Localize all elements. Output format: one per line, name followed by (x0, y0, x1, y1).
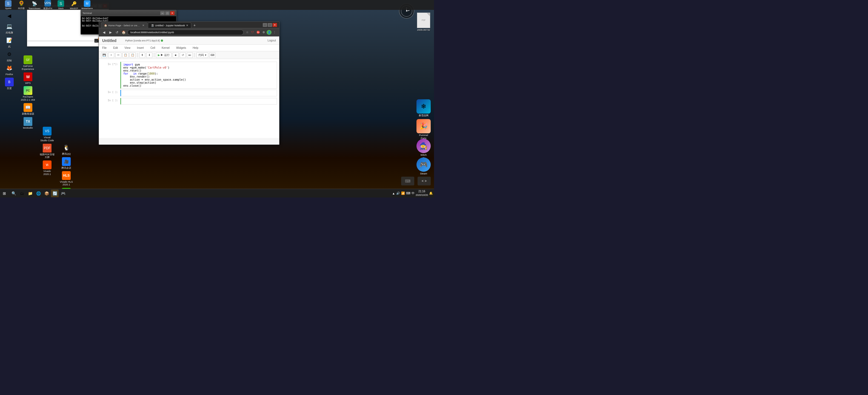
taskbar-game[interactable]: 🎮 (59, 190, 67, 197)
tray-network[interactable]: 📶 (401, 192, 405, 195)
icon-pycharm[interactable]: PC PyCharm2020.2.1 x64 (19, 86, 37, 102)
bookmark-icon[interactable]: ☆ (245, 30, 250, 35)
icon-vivado-hls[interactable]: HLS Vivado HLS2020.1 (58, 171, 75, 187)
icon-pdf[interactable]: PDF 福新PDF压缩大师 (38, 143, 56, 160)
menu-widgets[interactable]: Widgets (175, 46, 187, 50)
icon-firefox[interactable]: 🦊 Firefox (1, 63, 18, 77)
logout-button[interactable]: Logout (268, 39, 276, 42)
icon-mycomputer[interactable]: 💻 此电脑 (1, 21, 18, 35)
menu-insert[interactable]: Insert (136, 46, 145, 50)
snow-battle-wrapper[interactable]: ❄ 暴雪战网 (415, 99, 432, 117)
tray-keyboard[interactable]: ⌨ (406, 192, 410, 195)
taskbar-explorer[interactable]: 📁 (26, 190, 34, 197)
cell-2[interactable]: In [ ]: (99, 89, 279, 97)
file-icon-2009[interactable]: PDF 2009.06732 (415, 12, 432, 32)
taskbar-search[interactable]: 🔍 (10, 190, 18, 197)
top-icon-sunflower[interactable]: 🌻 向日葵 (16, 0, 27, 10)
top-icon-winscp[interactable]: 🔑 WinSCP (68, 0, 80, 10)
witch-it-wrapper[interactable]: 🧙 WitchIt (415, 139, 432, 160)
cell-3-content[interactable] (120, 98, 277, 105)
taskbar-rotate[interactable]: 🔄 (51, 190, 59, 197)
tray-input-cn[interactable]: 中 (411, 191, 414, 195)
home-button[interactable]: 🏠 (121, 30, 126, 35)
terminal-title: Terminal (83, 12, 92, 15)
toolbar-run[interactable]: ▶ ▶ 运行 (156, 52, 172, 58)
icon-tencent-meeting[interactable]: 🎥 腾讯会议 (58, 157, 75, 170)
forward-button[interactable]: ▶ (108, 30, 113, 35)
start-button[interactable]: ⊞ (0, 189, 9, 198)
icon-xinshu[interactable]: 📖 新数阅读器 (19, 103, 37, 116)
icon-vscode[interactable]: VS VisualStudio Code (38, 126, 56, 143)
browser-maximize[interactable]: □ (268, 23, 272, 27)
top-icon-mobaxterm[interactable]: M MobaXterm (81, 0, 93, 10)
cell-1[interactable]: In [*]: import gym env =gym.make('CartPo… (99, 61, 279, 89)
toolbar-save[interactable]: 💾 (101, 52, 107, 58)
toolbar-cut[interactable]: ✂ (115, 52, 121, 58)
menu-help[interactable]: Help (191, 46, 199, 50)
new-tab-button[interactable]: + (192, 23, 197, 28)
browser-minimize[interactable]: ─ (263, 23, 267, 27)
more-icon[interactable]: ⋮ (272, 30, 277, 35)
tray-chevron[interactable]: ▲ (392, 192, 395, 195)
taskbar-task-view[interactable]: 🗂 (18, 190, 26, 197)
menu-edit[interactable]: Edit (112, 46, 119, 50)
menu-view[interactable]: View (123, 46, 131, 50)
icon-wps[interactable]: W WPS (19, 72, 37, 85)
browser-close[interactable]: ✕ (273, 23, 277, 27)
terminal-close[interactable]: ✕ (170, 11, 175, 15)
terminal-minimize[interactable]: ─ (160, 11, 165, 15)
taskbar-browser[interactable]: 🌐 (34, 190, 42, 197)
browser-tab-home[interactable]: 🏠 Home Page - Select or create a ... ✕ (101, 23, 147, 28)
kernel-name: Python [conda env:PT1.6py3.8] (125, 39, 160, 42)
top-icon-syskit[interactable]: S SysKit (2, 0, 14, 10)
icon-left-arrow[interactable]: ◀ (1, 11, 18, 21)
icon-geforce[interactable]: GF GeForceExperience (19, 55, 37, 71)
taskbar-store[interactable]: 📦 (43, 190, 51, 197)
terminal-maximize[interactable]: □ (165, 11, 169, 15)
untitled-tab-close[interactable]: ✕ (186, 24, 188, 27)
top-icon-vpn[interactable]: VPN 途游VPN (42, 0, 54, 10)
menu-cell[interactable]: Cell (149, 46, 156, 50)
icon-baidu[interactable]: B 百度 (1, 77, 18, 90)
cell-type-selector[interactable]: 代码 ▾ (196, 52, 208, 58)
nav-left-arrow[interactable]: < (422, 179, 424, 183)
steam-wrapper[interactable]: 🎮 Steam (415, 158, 432, 175)
shield-icon[interactable]: 🛡 (250, 30, 255, 35)
menu-kernel[interactable]: Kernel (160, 46, 171, 50)
toolbar-copy[interactable]: 📋 (122, 52, 128, 58)
cell-1-content[interactable]: import gym env =gym.make('CartPole-v0') … (120, 62, 277, 89)
toolbar-fast-forward[interactable]: ⏭ (187, 52, 193, 58)
tray-volume[interactable]: 🔊 (396, 192, 400, 195)
toolbar-keyboard[interactable]: ⌨ (209, 52, 215, 58)
icon-control[interactable]: ⚙ 控制 (1, 49, 18, 63)
toolbar-restart[interactable]: ↺ (180, 52, 186, 58)
icon-vivado[interactable]: Vi Vivado2020.1 (38, 160, 56, 176)
nav-right-arrow[interactable]: > (425, 179, 427, 183)
browser-tab-untitled[interactable]: 📓 Untitled - Jupyter Notebook ✕ (148, 23, 191, 28)
url-bar[interactable]: localhost:8888/notebooks/Untitled.ipynb (127, 30, 244, 35)
icon-qq[interactable]: 🐧 腾讯QQ (58, 143, 75, 156)
taskbar-icons: 🔍 🗂 📁 🌐 📦 🔄 🎮 (9, 190, 68, 197)
top-icon-teamviewer[interactable]: 📡 TeamViewer (29, 0, 40, 10)
menu-file[interactable]: File (101, 46, 108, 50)
pummel-party-wrapper[interactable]: 🎉 PummelParty (415, 119, 432, 140)
nav-arrows[interactable]: < > (417, 177, 431, 186)
toolbar-paste[interactable]: 📋 (130, 52, 135, 58)
account-icon[interactable]: 👤 (267, 30, 272, 35)
settings-icon[interactable]: ⚙ (261, 30, 266, 35)
stop-icon[interactable]: ⛔ (256, 30, 260, 35)
back-button[interactable]: ◀ (101, 30, 106, 35)
icon-notepad[interactable]: 📝 此 (1, 35, 18, 49)
toolbar-stop[interactable]: ■ (173, 52, 179, 58)
toolbar-move-down[interactable]: ⬇ (146, 52, 152, 58)
taskbar-datetime[interactable]: 21:16 2020/10/20 (416, 190, 428, 197)
toolbar-move-up[interactable]: ⬆ (139, 52, 145, 58)
home-tab-close[interactable]: ✕ (142, 24, 145, 27)
top-icon-stack[interactable]: S Stack (55, 0, 67, 10)
tray-notification[interactable]: 🔔 (429, 192, 433, 195)
icon-texstudio[interactable]: TX texstudio (19, 117, 37, 130)
cell-2-content[interactable] (120, 90, 277, 96)
cell-3[interactable]: In [ ]: (99, 97, 279, 106)
toolbar-add[interactable]: + (108, 52, 114, 58)
refresh-button[interactable]: ↺ (114, 30, 120, 35)
